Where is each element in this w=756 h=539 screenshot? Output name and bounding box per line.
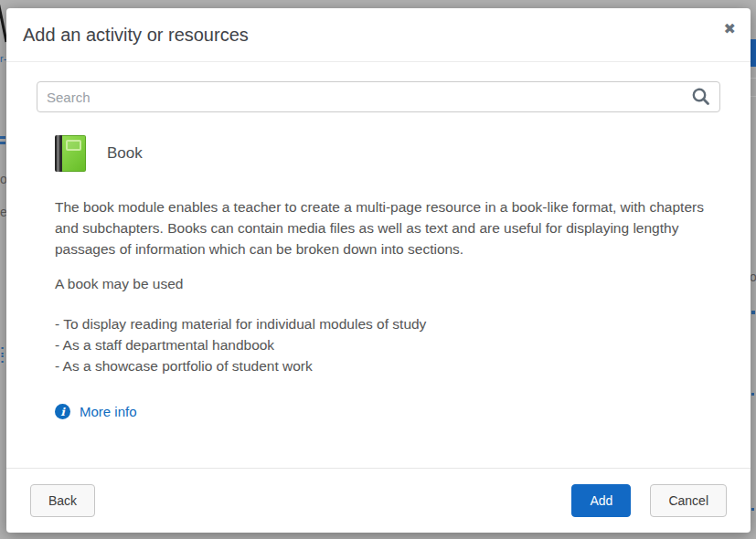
background-page-fragment: r- — [0, 53, 6, 62]
background-page-fragment — [751, 508, 754, 511]
search-wrap — [37, 81, 720, 112]
usage-item: - As a staff departmental handbook — [55, 334, 720, 355]
modal-body: Book The book module enables a teacher t… — [6, 62, 751, 419]
usage-item: - To display reading material for indivi… — [55, 313, 720, 334]
background-divider-fragment — [751, 96, 756, 97]
module-detail: Book The book module enables a teacher t… — [37, 135, 720, 419]
module-usage-intro: A book may be used — [55, 273, 720, 294]
book-label — [66, 140, 81, 151]
background-page-fragment: o — [750, 270, 756, 282]
module-usage-list: - To display reading material for indivi… — [55, 313, 720, 376]
background-page-fragment — [751, 393, 754, 396]
modal-footer: Back Add Cancel — [6, 468, 751, 533]
background-page-fragment: e — [0, 205, 6, 217]
add-activity-modal: Add an activity or resources ✖ — [6, 8, 751, 533]
module-name: Book — [107, 144, 143, 163]
background-page-fragment: :: — [0, 345, 5, 362]
background-accent-bar-fragment — [751, 39, 756, 67]
search-input[interactable] — [37, 81, 720, 112]
book-cover — [62, 135, 86, 172]
modal-header: Add an activity or resources ✖ — [6, 8, 751, 62]
book-spine — [55, 135, 62, 172]
close-icon[interactable]: ✖ — [721, 19, 739, 39]
more-info-label: More info — [80, 404, 137, 419]
modal-title: Add an activity or resources — [23, 25, 249, 46]
cancel-button[interactable]: Cancel — [650, 484, 727, 517]
info-icon: i — [55, 404, 70, 419]
footer-right-group: Add Cancel — [571, 484, 727, 517]
usage-item: - As a showcase portfolio of student wor… — [55, 355, 720, 376]
background-page-fragment — [751, 311, 755, 314]
search-icon[interactable] — [691, 87, 710, 106]
module-description: The book module enables a teacher to cre… — [55, 196, 720, 259]
module-head: Book — [55, 135, 720, 172]
back-button[interactable]: Back — [30, 484, 95, 517]
background-menu-icon-fragment — [0, 136, 5, 147]
background-divider-fragment — [751, 78, 756, 79]
background-page-fragment: o — [0, 172, 6, 185]
book-icon — [55, 135, 86, 172]
add-button[interactable]: Add — [571, 484, 631, 517]
more-info-link[interactable]: i More info — [55, 404, 137, 419]
